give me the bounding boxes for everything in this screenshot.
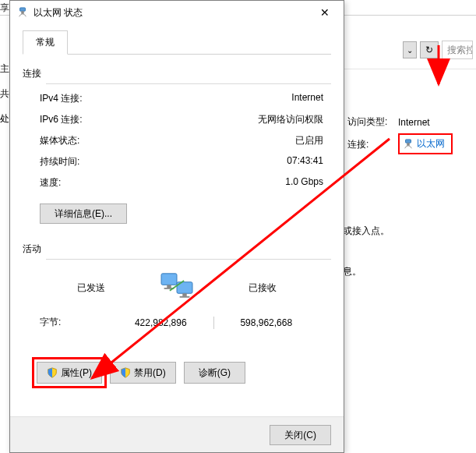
activity-section-header: 活动: [23, 242, 331, 256]
dropdown-chevron-button[interactable]: ⌄: [403, 41, 417, 58]
bg-toolbar: ⌄ ↻ 搜索控: [403, 41, 473, 59]
bytes-recv-value: 598,962,668: [224, 317, 310, 328]
duration-label: 持续时间:: [40, 155, 79, 168]
media-state-value: 已启用: [295, 134, 323, 147]
properties-button-label: 属性(P): [61, 366, 92, 380]
duration-row: 持续时间: 07:43:41: [40, 155, 323, 168]
ethernet-icon: [403, 139, 414, 150]
ipv6-label: IPv6 连接:: [40, 113, 83, 126]
dialog-bottom-bar: 关闭(C): [10, 416, 344, 452]
ipv6-value: 无网络访问权限: [258, 113, 323, 126]
dialog-body: 常规 连接 IPv4 连接: Internet IPv6 连接: 无网络访问权限…: [10, 24, 344, 390]
svg-rect-9: [180, 296, 190, 298]
ethernet-link-text: 以太网: [417, 137, 445, 150]
dialog-close-action-button[interactable]: 关闭(C): [270, 425, 331, 445]
bg-access-type-value: Internet: [398, 117, 430, 128]
refresh-button[interactable]: ↻: [420, 41, 439, 58]
duration-value: 07:43:41: [287, 155, 323, 168]
connection-divider: [46, 83, 331, 84]
svg-rect-0: [406, 139, 411, 142]
activity-section: 活动 已发送 已接收 字节: 422,982,896 5: [23, 242, 331, 329]
chevron-down-icon: ⌄: [407, 46, 413, 55]
bg-access-type-label: 访问类型:: [347, 115, 398, 129]
tab-general[interactable]: 常规: [23, 30, 68, 55]
dialog-title: 以太网 状态: [33, 6, 83, 19]
connection-section-header: 连接: [23, 67, 331, 80]
speed-value: 1.0 Gbps: [285, 176, 323, 189]
properties-button[interactable]: 属性(P): [37, 362, 102, 384]
dialog-titlebar: 以太网 状态 ✕: [10, 1, 344, 24]
shield-icon: [47, 367, 58, 378]
search-box[interactable]: 搜索控: [442, 41, 473, 59]
connection-rows: IPv4 连接: Internet IPv6 连接: 无网络访问权限 媒体状态:…: [23, 92, 331, 189]
svg-rect-3: [21, 11, 24, 14]
svg-rect-8: [182, 293, 186, 296]
media-state-label: 媒体状态:: [40, 134, 79, 147]
bg-connection-info: 访问类型: Internet 连接: 以太网: [347, 115, 468, 161]
svg-rect-1: [407, 143, 410, 146]
search-placeholder: 搜索控: [447, 44, 473, 57]
details-button[interactable]: 详细信息(E)...: [40, 203, 127, 224]
speed-label: 速度:: [40, 176, 61, 189]
svg-rect-2: [20, 8, 26, 11]
disable-button-label: 禁用(D): [134, 366, 166, 380]
svg-rect-5: [167, 285, 171, 288]
bg-access-type-row: 访问类型: Internet: [347, 115, 468, 129]
ipv4-value: Internet: [291, 92, 323, 105]
bg-divider: [343, 69, 476, 69]
shield-icon: [120, 367, 131, 378]
recv-label: 已接收: [216, 281, 309, 295]
ipv4-row: IPv4 连接: Internet: [40, 92, 323, 105]
diagnose-button-label: 诊断(G): [199, 366, 231, 380]
refresh-icon: ↻: [425, 44, 433, 55]
bg-notice-2: 息。: [343, 265, 361, 278]
ethernet-title-icon: [16, 6, 29, 19]
bytes-divider: [213, 317, 214, 329]
bg-connect-label: 连接:: [347, 138, 398, 151]
svg-rect-4: [161, 274, 177, 285]
media-state-row: 媒体状态: 已启用: [40, 134, 323, 147]
action-button-row: 属性(P) 禁用(D) 诊断(G): [23, 362, 331, 384]
activity-header-row: 已发送 已接收: [23, 272, 331, 303]
network-monitors-icon: [160, 272, 194, 303]
diagnose-button[interactable]: 诊断(G): [184, 362, 245, 384]
ethernet-status-dialog: 以太网 状态 ✕ 常规 连接 IPv4 连接: Internet IPv6 连接…: [9, 0, 344, 453]
bg-notice-1: 或接入点。: [343, 225, 390, 238]
activity-divider: [46, 259, 331, 260]
ipv6-row: IPv6 连接: 无网络访问权限: [40, 113, 323, 126]
sent-label: 已发送: [44, 281, 138, 295]
ethernet-link[interactable]: 以太网: [398, 133, 453, 154]
bytes-sent-value: 422,982,896: [118, 317, 204, 328]
speed-row: 速度: 1.0 Gbps: [40, 176, 323, 189]
ipv4-label: IPv4 连接:: [40, 92, 83, 105]
tab-strip: 常规: [23, 30, 331, 55]
disable-button[interactable]: 禁用(D): [110, 362, 176, 384]
bytes-row: 字节: 422,982,896 598,962,668: [23, 316, 331, 329]
dialog-close-button[interactable]: ✕: [309, 2, 340, 23]
bytes-label: 字节:: [40, 316, 118, 329]
bg-connect-row: 连接: 以太网: [347, 135, 468, 154]
close-icon: ✕: [320, 6, 330, 19]
